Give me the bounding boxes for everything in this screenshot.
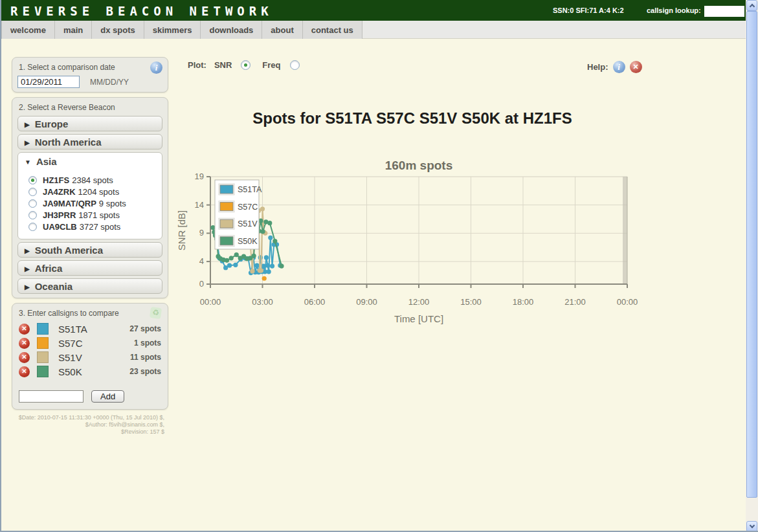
nav-tab-about[interactable]: about — [262, 21, 302, 39]
beacon-callsign: JA9MAT/QRP — [43, 199, 96, 208]
chevron-right-icon: ▶ — [25, 139, 30, 146]
delete-callsign-button[interactable]: ✕ — [19, 352, 30, 363]
svg-text:19: 19 — [195, 172, 204, 181]
svg-text:160m spots: 160m spots — [385, 159, 453, 172]
svg-text:15:00: 15:00 — [460, 297, 482, 307]
plot-option-freq-radio[interactable] — [290, 60, 300, 70]
beacon-callsign: UA9CLB — [43, 222, 77, 232]
svn-footer-line: $Date: 2010-07-15 11:31:30 +0000 (Thu, 1… — [12, 414, 164, 421]
site-header: REVERSE BEACON NETWORK SSN:0 SFI:71 A:4 … — [1, 0, 746, 21]
date-panel-title: 1. Select a comparison date — [19, 63, 161, 72]
color-swatch — [37, 323, 49, 335]
nav-tab-welcome[interactable]: welcome — [1, 21, 55, 39]
beacon-radio[interactable] — [28, 188, 37, 196]
svg-text:12:00: 12:00 — [408, 297, 430, 307]
beacon-callsign: JA4ZRK — [43, 187, 76, 197]
chevron-right-icon: ▶ — [25, 121, 30, 128]
delete-callsign-button[interactable]: ✕ — [19, 324, 30, 335]
svg-text:S50K: S50K — [238, 237, 258, 246]
beacon-panel-title: 2. Select a Reverse Beacon — [19, 103, 161, 112]
callsign-lookup-label: callsign lookup: — [647, 6, 701, 14]
plot-mode-controls: Plot: SNR Freq — [188, 60, 311, 70]
continent-label: Africa — [35, 263, 63, 274]
beacon-callsign: HZ1FS — [43, 175, 69, 185]
svg-text:S51TA: S51TA — [238, 185, 262, 194]
beacon-option-JA9MAT-QRP[interactable]: JA9MAT/QRP9 spots — [28, 197, 157, 209]
color-swatch — [37, 351, 49, 363]
beacon-radio[interactable] — [28, 223, 37, 231]
svn-footer-line: $Revision: 157 $ — [12, 428, 164, 436]
delete-callsign-button[interactable]: ✕ — [19, 366, 30, 377]
sidebar: 1. Select a comparison date i MM/DD/YY 2… — [12, 57, 168, 436]
chevron-right-icon: ▶ — [25, 283, 30, 291]
main-nav: welcomemaindx spotsskimmersdownloadsabou… — [1, 21, 746, 39]
plot-option-snr-radio[interactable] — [241, 60, 251, 70]
beacon-spot-count: 9 spots — [99, 199, 126, 208]
callsign-row-S50K: ✕S50K23 spots — [19, 364, 161, 379]
beacon-list: HZ1FS2384 spotsJA4ZRK1204 spotsJA9MAT/QR… — [28, 174, 157, 232]
continent-header-North-America[interactable]: ▶North America — [17, 134, 162, 150]
continent-header-Africa[interactable]: ▶Africa — [17, 260, 162, 276]
info-icon[interactable]: i — [150, 61, 162, 74]
svg-text:0: 0 — [199, 279, 204, 289]
delete-callsign-button[interactable]: ✕ — [19, 338, 30, 349]
compare-panel-title: 3. Enter callsigns to compare — [19, 309, 161, 318]
add-callsign-input[interactable] — [19, 390, 84, 403]
callsign-spot-count: 23 spots — [129, 367, 161, 376]
chevron-down-icon: ▼ — [25, 159, 31, 166]
svg-text:S57C: S57C — [238, 203, 258, 212]
recycle-icon[interactable]: ♻ — [150, 307, 162, 319]
compare-panel: 3. Enter callsigns to compare ♻ ✕S51TA27… — [12, 303, 168, 410]
chevron-down-icon — [750, 523, 755, 528]
continent-header-Europe[interactable]: ▶Europe — [17, 116, 162, 131]
plot-option-snr-label: SNR — [214, 60, 232, 70]
help-info-icon[interactable]: i — [613, 61, 625, 73]
scroll-up-button[interactable] — [746, 0, 757, 11]
vertical-scrollbar[interactable] — [746, 0, 758, 532]
beacon-spot-count: 1871 spots — [78, 210, 120, 220]
beacon-radio[interactable] — [28, 176, 37, 184]
continent-section-Asia: ▼AsiaHZ1FS2384 spotsJA4ZRK1204 spotsJA9M… — [17, 152, 162, 239]
svg-text:21:00: 21:00 — [564, 297, 586, 307]
continent-label: Asia — [36, 156, 57, 167]
beacon-radio[interactable] — [28, 199, 37, 208]
beacon-spot-count: 2384 spots — [72, 175, 113, 185]
beacon-option-JA4ZRK[interactable]: JA4ZRK1204 spots — [28, 186, 157, 197]
callsign-row-S51V: ✕S51V11 spots — [19, 350, 161, 364]
scrollbar-thumb[interactable] — [746, 11, 757, 498]
svg-text:00:00: 00:00 — [617, 297, 638, 307]
comparison-date-input[interactable] — [17, 76, 80, 88]
beacon-radio[interactable] — [28, 211, 37, 219]
svg-text:03:00: 03:00 — [252, 297, 273, 307]
svg-text:14: 14 — [195, 200, 204, 210]
nav-tab-dx-spots[interactable]: dx spots — [92, 21, 144, 39]
callsign-label: S50K — [58, 366, 82, 377]
date-panel: 1. Select a comparison date i MM/DD/YY — [12, 57, 168, 93]
color-swatch — [37, 337, 49, 349]
nav-tab-contact-us[interactable]: contact us — [303, 21, 362, 39]
callsign-lookup-input[interactable] — [704, 6, 744, 17]
continent-header-Asia[interactable]: ▼Asia — [23, 156, 157, 167]
continent-header-Oceania[interactable]: ▶Oceania — [17, 278, 162, 294]
svg-text:18:00: 18:00 — [513, 297, 534, 307]
continent-header-South-America[interactable]: ▶South America — [17, 242, 162, 258]
nav-tab-downloads[interactable]: downloads — [201, 21, 262, 39]
nav-tab-main[interactable]: main — [55, 21, 92, 39]
plot-option-freq-label: Freq — [262, 60, 280, 70]
callsign-spot-count: 11 spots — [130, 353, 161, 362]
beacon-spot-count: 3727 spots — [80, 222, 121, 232]
svg-text:Time [UTC]: Time [UTC] — [394, 313, 443, 324]
nav-tab-skimmers[interactable]: skimmers — [144, 21, 201, 39]
add-callsign-button[interactable]: Add — [91, 390, 124, 403]
beacon-option-HZ1FS[interactable]: HZ1FS2384 spots — [28, 174, 157, 186]
svn-footer-line: $Author: f5vih@sinanis.com $, — [12, 421, 164, 428]
beacon-option-UA9CLB[interactable]: UA9CLB3727 spots — [28, 221, 157, 232]
help-close-icon[interactable]: ✕ — [630, 61, 642, 73]
beacon-panel: 2. Select a Reverse Beacon ▶Europe▶North… — [12, 97, 168, 298]
chevron-right-icon: ▶ — [25, 265, 30, 272]
date-format-hint: MM/DD/YY — [90, 78, 129, 87]
scroll-down-button[interactable] — [746, 521, 757, 532]
beacon-option-JH3PRR[interactable]: JH3PRR1871 spots — [28, 209, 157, 221]
svg-text:S51V: S51V — [238, 219, 258, 228]
svg-text:06:00: 06:00 — [304, 297, 326, 307]
